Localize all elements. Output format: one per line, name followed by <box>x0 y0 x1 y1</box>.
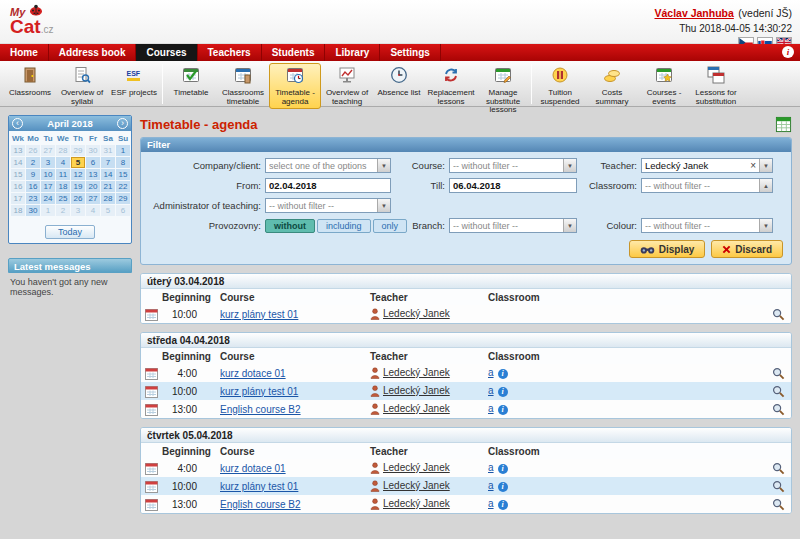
calendar-day[interactable]: 2 <box>26 157 40 168</box>
calendar-day[interactable]: 30 <box>86 145 100 156</box>
calendar-day[interactable]: 11 <box>56 169 70 180</box>
colour-select[interactable]: -- without filter -- ▼ <box>641 218 773 233</box>
teacher-link[interactable]: Ledecký Janek <box>383 385 450 396</box>
classroom-link[interactable]: a <box>488 480 494 491</box>
discard-button[interactable]: Discard <box>711 240 783 258</box>
provozovny-without-button[interactable]: without <box>265 219 315 233</box>
lesson-calendar-icon[interactable] <box>145 385 158 396</box>
calendar-day[interactable]: 28 <box>56 145 70 156</box>
magnifier-icon[interactable] <box>772 371 785 382</box>
calendar-week-number[interactable]: 17 <box>11 193 25 204</box>
course-link[interactable]: kurz dotace 01 <box>220 368 286 379</box>
info-icon[interactable]: i <box>782 46 794 58</box>
lesson-row[interactable]: 13:00English course B2Ledecký Janekai <box>141 495 791 513</box>
lesson-row[interactable]: 4:00kurz dotace 01Ledecký Janekai <box>141 364 791 382</box>
teacher-link[interactable]: Ledecký Janek <box>383 480 450 491</box>
toolbar-item-tuition[interactable]: Tuition suspended <box>534 63 586 109</box>
info-icon[interactable]: i <box>498 405 508 415</box>
calendar-day[interactable]: 3 <box>71 205 85 216</box>
calendar-day[interactable]: 22 <box>116 181 130 192</box>
calendar-day[interactable]: 24 <box>41 193 55 204</box>
magnifier-icon[interactable] <box>772 484 785 495</box>
today-button[interactable]: Today <box>45 225 95 239</box>
teacher-link[interactable]: Ledecký Janek <box>383 367 450 378</box>
calendar-day[interactable]: 27 <box>41 145 55 156</box>
lesson-row[interactable]: 10:00kurz plány test 01Ledecký Janek <box>141 305 791 323</box>
nav-home[interactable]: Home <box>0 44 49 61</box>
calendar-day[interactable]: 2 <box>56 205 70 216</box>
lesson-calendar-icon[interactable] <box>145 480 158 491</box>
branch-select[interactable]: -- without filter -- ▼ <box>449 218 577 233</box>
lesson-calendar-icon[interactable] <box>145 308 158 319</box>
toolbar-item-substitution[interactable]: Lessons for substitution <box>690 63 742 109</box>
toolbar-item-events[interactable]: Courses - events <box>638 63 690 109</box>
calendar-day[interactable]: 29 <box>116 193 130 204</box>
teacher-link[interactable]: Ledecký Janek <box>383 403 450 414</box>
from-input[interactable] <box>265 178 391 193</box>
calendar-week-number[interactable]: 16 <box>11 181 25 192</box>
user-link[interactable]: Václav Janhuba <box>654 7 733 19</box>
calendar-day[interactable]: 31 <box>101 145 115 156</box>
toolbar-item-classrooms-timetable[interactable]: Classrooms timetable <box>217 63 269 109</box>
admin-select[interactable]: -- without filter -- ▼ <box>265 198 391 213</box>
lesson-row[interactable]: 10:00kurz plány test 01Ledecký Janekai <box>141 382 791 400</box>
classroom-link[interactable]: a <box>488 462 494 473</box>
magnifier-icon[interactable] <box>772 502 785 513</box>
course-link[interactable]: kurz plány test 01 <box>220 386 298 397</box>
nav-library[interactable]: Library <box>325 44 380 61</box>
calendar-day[interactable]: 21 <box>101 181 115 192</box>
calendar-day[interactable]: 16 <box>26 181 40 192</box>
course-select[interactable]: -- without filter -- ▼ <box>449 158 577 173</box>
calendar-day[interactable]: 30 <box>26 205 40 216</box>
toolbar-item-replacement[interactable]: Replacement lessons <box>425 63 477 109</box>
calendar-day[interactable]: 3 <box>41 157 55 168</box>
calendar-day[interactable]: 17 <box>41 181 55 192</box>
nav-students[interactable]: Students <box>262 44 326 61</box>
export-icon[interactable] <box>775 116 792 133</box>
toolbar-item-esf[interactable]: ESFESF projects <box>108 63 160 101</box>
lesson-row[interactable]: 13:00English course B2Ledecký Janekai <box>141 400 791 418</box>
calendar-day[interactable]: 23 <box>26 193 40 204</box>
lesson-row[interactable]: 4:00kurz dotace 01Ledecký Janekai <box>141 459 791 477</box>
provozovny-including-button[interactable]: including <box>317 219 371 233</box>
classroom-link[interactable]: a <box>488 403 494 414</box>
toolbar-item-substitute[interactable]: Manage substitute lessons <box>477 63 529 118</box>
info-icon[interactable]: i <box>498 387 508 397</box>
lesson-calendar-icon[interactable] <box>145 462 158 473</box>
display-button[interactable]: Display <box>629 240 706 258</box>
nav-teachers[interactable]: Teachers <box>198 44 262 61</box>
calendar-day[interactable]: 28 <box>101 193 115 204</box>
logo[interactable]: My Cat.cz <box>10 3 53 36</box>
magnifier-icon[interactable] <box>772 389 785 400</box>
calendar-week-number[interactable]: 14 <box>11 157 25 168</box>
calendar-day[interactable]: 12 <box>71 169 85 180</box>
course-link[interactable]: kurz dotace 01 <box>220 463 286 474</box>
course-link[interactable]: kurz plány test 01 <box>220 309 298 320</box>
calendar-day[interactable]: 25 <box>56 193 70 204</box>
calendar-day[interactable]: 26 <box>26 145 40 156</box>
toolbar-item-absence[interactable]: Absence list <box>373 63 425 101</box>
calendar-day[interactable]: 29 <box>71 145 85 156</box>
lesson-calendar-icon[interactable] <box>145 367 158 378</box>
calendar-day[interactable]: 9 <box>26 169 40 180</box>
calendar-week-number[interactable]: 18 <box>11 205 25 216</box>
calendar-day[interactable]: 26 <box>71 193 85 204</box>
calendar-prev-icon[interactable]: ‹ <box>12 118 23 129</box>
calendar-day[interactable]: 18 <box>56 181 70 192</box>
calendar-day[interactable]: 7 <box>101 157 115 168</box>
nav-courses[interactable]: Courses <box>136 44 197 61</box>
company-select[interactable]: select one of the options ▼ <box>265 158 391 173</box>
classroom-link[interactable]: a <box>488 498 494 509</box>
toolbar-item-agenda[interactable]: Timetable - agenda <box>269 63 321 109</box>
calendar-day[interactable]: 15 <box>116 169 130 180</box>
lesson-row[interactable]: 10:00kurz plány test 01Ledecký Janekai <box>141 477 791 495</box>
calendar-week-number[interactable]: 13 <box>11 145 25 156</box>
calendar-day[interactable]: 4 <box>86 205 100 216</box>
toolbar-item-classrooms[interactable]: Classrooms <box>4 63 56 101</box>
calendar-day[interactable]: 13 <box>86 169 100 180</box>
info-icon[interactable]: i <box>498 369 508 379</box>
info-icon[interactable]: i <box>498 464 508 474</box>
toolbar-item-syllabi[interactable]: Overview of syllabi <box>56 63 108 109</box>
teacher-link[interactable]: Ledecký Janek <box>383 462 450 473</box>
info-icon[interactable]: i <box>498 482 508 492</box>
